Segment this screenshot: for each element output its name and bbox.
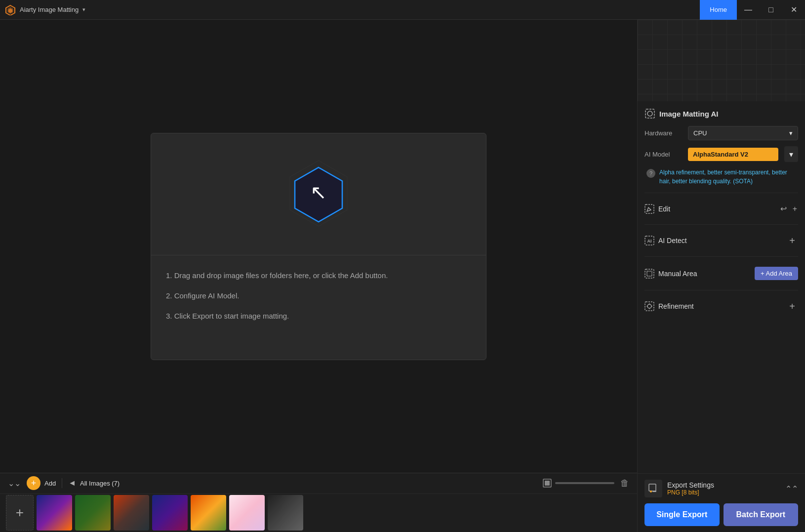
thumbnail-strip: + (0, 494, 637, 532)
grid-decoration (638, 20, 805, 101)
add-button[interactable]: + (27, 476, 40, 490)
help-icon[interactable]: ? (646, 169, 655, 178)
export-settings-icon (644, 480, 662, 497)
thumbnail-size-icon (542, 478, 552, 488)
svg-text:↖: ↖ (310, 181, 327, 203)
hardware-value: CPU (693, 129, 707, 137)
manual-area-label: Manual Area (658, 270, 697, 278)
thumbnail-item[interactable] (268, 495, 303, 531)
divider-4 (644, 290, 798, 290)
ai-model-value: AlphaStandard V2 (693, 151, 748, 158)
thumbnail-item[interactable] (75, 495, 111, 531)
svg-rect-19 (652, 491, 656, 492)
titlebar: Aiarty Image Matting ▾ Home — □ ✕ (0, 0, 805, 20)
export-settings-row: Export Settings PNG [8 bits] ⌃⌃ (644, 480, 798, 497)
edit-icon (644, 204, 654, 214)
titlebar-left: Aiarty Image Matting ▾ (5, 4, 85, 15)
bottom-toolbar: ⌄⌄ + Add ◄ All Images (7) 🗑 (0, 473, 637, 494)
export-expand-button[interactable]: ⌃⌃ (785, 484, 798, 493)
all-images-label: All Images (7) (80, 480, 120, 487)
app-title: Aiarty Image Matting (20, 6, 79, 13)
edit-label: Edit (658, 205, 670, 213)
drop-instructions: 1. Drag and drop image files or folders … (151, 255, 486, 336)
ai-detect-icon: AI (644, 236, 654, 246)
instruction-3: 3. Click Export to start image matting. (166, 306, 471, 326)
delete-button[interactable]: 🗑 (618, 476, 631, 491)
export-format: PNG [8 bits] (667, 489, 714, 496)
model-description-row: ? Alpha refinement, better semi-transpar… (644, 168, 798, 186)
section-title-text: Image Matting AI (659, 110, 718, 118)
thumbnail-slider (542, 478, 614, 488)
refinement-label: Refinement (658, 302, 694, 310)
svg-text:AI: AI (647, 239, 652, 244)
manual-area-icon (644, 269, 654, 279)
hardware-dropdown-arrow: ▾ (789, 129, 793, 137)
svg-rect-14 (647, 271, 652, 276)
export-icon-svg (648, 483, 659, 494)
hex-icon-wrapper: ↖ (284, 157, 353, 235)
collapse-panel-button[interactable]: ⌄⌄ (6, 477, 23, 490)
maximize-button[interactable]: □ (760, 0, 782, 20)
svg-rect-15 (645, 302, 654, 311)
divider-1 (644, 193, 798, 193)
svg-rect-8 (645, 109, 654, 118)
model-description: Alpha refinement, better semi-transparen… (659, 168, 798, 186)
refinement-icon (644, 301, 654, 311)
panel-section-title: Image Matting AI (644, 108, 798, 119)
ai-detect-row[interactable]: AI AI Detect + (644, 230, 798, 251)
hardware-row: Hardware CPU ▾ (644, 126, 798, 140)
canvas-area[interactable]: ↖ 1. Drag and drop image files or folder… (0, 20, 637, 473)
edit-section-left: Edit (644, 204, 670, 214)
instruction-1: 1. Drag and drop image files or folders … (166, 265, 471, 286)
titlebar-right: Home — □ ✕ (700, 0, 805, 20)
add-area-label: + Add Area (761, 270, 792, 277)
app-logo-icon (5, 4, 16, 15)
thumbnail-item[interactable] (229, 495, 265, 531)
svg-point-18 (650, 491, 652, 492)
ai-detect-add-button[interactable]: + (786, 235, 798, 246)
hexagon-icon: ↖ (284, 157, 353, 233)
add-area-button[interactable]: + Add Area (755, 267, 798, 280)
drop-zone[interactable]: ↖ 1. Drag and drop image files or folder… (151, 133, 486, 360)
undo-button[interactable]: ↩ (779, 203, 788, 214)
edit-row-right: ↩ + (779, 203, 798, 214)
content-area: ↖ 1. Drag and drop image files or folder… (0, 20, 637, 532)
svg-rect-7 (545, 481, 550, 486)
ai-detect-left: AI AI Detect (644, 236, 687, 246)
add-edit-button[interactable]: + (792, 204, 798, 214)
hardware-label: Hardware (644, 129, 684, 137)
svg-rect-13 (645, 269, 654, 278)
minimize-button[interactable]: — (737, 0, 760, 20)
refinement-add-button[interactable]: + (786, 300, 798, 312)
bottom-panel: ⌄⌄ + Add ◄ All Images (7) 🗑 + (0, 473, 637, 532)
thumbnail-item[interactable] (114, 495, 149, 531)
title-dropdown[interactable]: ▾ (82, 6, 85, 13)
single-export-button[interactable]: Single Export (644, 503, 720, 526)
thumbnail-item[interactable] (152, 495, 188, 531)
model-dropdown-arrow[interactable]: ▾ (784, 146, 798, 162)
add-label: Add (44, 480, 56, 487)
export-settings-label: Export Settings (667, 481, 714, 489)
export-settings-left: Export Settings PNG [8 bits] (644, 480, 714, 497)
refinement-left: Refinement (644, 301, 694, 311)
image-matting-icon (644, 108, 655, 119)
add-thumbnail-button[interactable]: + (6, 495, 34, 531)
hardware-dropdown[interactable]: CPU ▾ (688, 126, 798, 140)
panel-content: Image Matting AI Hardware CPU ▾ AI Model… (638, 101, 805, 473)
ai-model-label: AI Model (644, 151, 684, 158)
home-button[interactable]: Home (700, 0, 737, 20)
folder-back-button[interactable]: ◄ (68, 479, 76, 488)
divider-3 (644, 256, 798, 257)
thumbnail-item[interactable] (37, 495, 72, 531)
batch-export-button[interactable]: Batch Export (724, 503, 799, 526)
edit-section-row[interactable]: Edit ↩ + (644, 198, 798, 219)
refinement-row[interactable]: Refinement + (644, 295, 798, 317)
export-buttons: Single Export Batch Export (644, 503, 798, 526)
close-button[interactable]: ✕ (782, 0, 805, 20)
thumbnail-item[interactable] (191, 495, 226, 531)
instruction-2: 2. Configure AI Model. (166, 286, 471, 306)
size-slider[interactable] (555, 482, 614, 484)
export-panel: Export Settings PNG [8 bits] ⌃⌃ Single E… (638, 473, 805, 532)
ai-model-row: AI Model AlphaStandard V2 ▾ (644, 146, 798, 162)
ai-model-select[interactable]: AlphaStandard V2 (688, 148, 778, 161)
